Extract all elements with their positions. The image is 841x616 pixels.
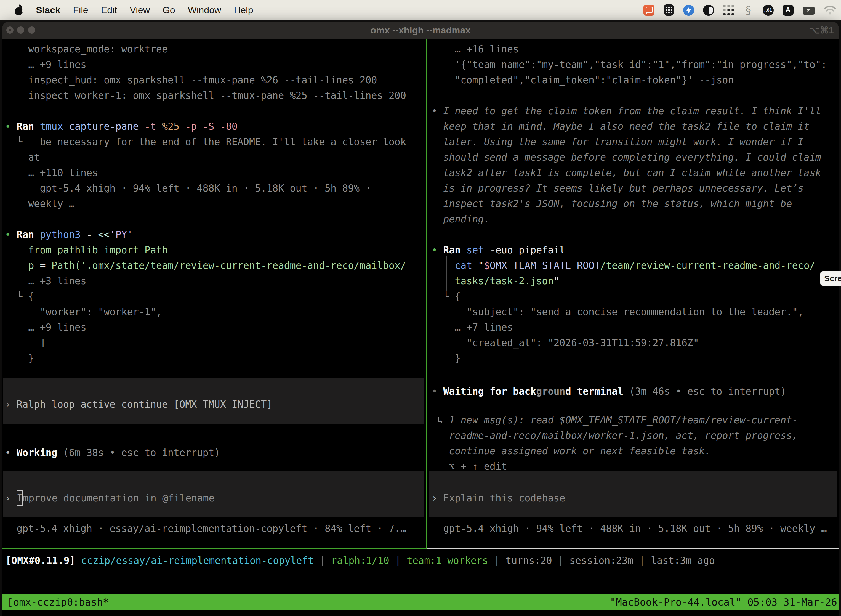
- text-segment: turns:20: [505, 555, 552, 566]
- text-segment: '{"team_name":"my-team","task_id":"1","f…: [432, 59, 827, 70]
- text-segment: [432, 260, 455, 271]
- terminal-line: • Working (6m 38s • esc to interrupt): [5, 445, 220, 461]
- count-badge-icon[interactable]: ..61: [762, 4, 774, 16]
- squiggle-icon[interactable]: §: [742, 4, 755, 16]
- text-segment: •: [432, 106, 443, 116]
- terminal-line: • I need to get the claim token from the…: [432, 103, 821, 119]
- terminal-line: task2 after task1 is complete, but can I…: [432, 165, 821, 180]
- pane-right[interactable]: … +16 lines '{"team_name":"my-team","tas…: [428, 39, 839, 549]
- text-segment: ]: [5, 337, 46, 348]
- apple-body: [15, 7, 23, 15]
- text-segment: =: [40, 260, 51, 271]
- wifi-icon[interactable]: [824, 4, 836, 16]
- text-segment: inspect task2's JSON, focusing on the st…: [432, 198, 792, 209]
- terminal-line: • Ran set -euo pipefail: [432, 242, 566, 258]
- terminal-line: tasks/task-2.json": [432, 273, 560, 289]
- text-segment: ⌥ + ↑ edit: [432, 461, 507, 472]
- text-segment: (3m 46s • esc to interrupt): [629, 386, 786, 397]
- text-segment: … +110 lines: [5, 167, 98, 178]
- text-segment: … +3 lines: [5, 276, 86, 286]
- text-segment: … +9 lines: [5, 322, 86, 333]
- menu-item-view[interactable]: View: [130, 5, 150, 15]
- text-segment: gpt-5.4 xhigh · 94% left · 488K in · 5.1…: [5, 183, 371, 194]
- menu-item-window[interactable]: Window: [188, 5, 221, 15]
- text-segment: ›: [5, 399, 16, 410]
- terminal-line: inspect_hud: omx sparkshell --tmux-pane …: [5, 72, 377, 88]
- text-segment: }: [432, 353, 460, 364]
- text-segment: inspect_hud: omx sparkshell --tmux-pane …: [5, 75, 377, 85]
- menu-item-help[interactable]: Help: [234, 5, 253, 15]
- text-segment: |: [389, 555, 407, 566]
- text-segment: Waiting for back: [443, 386, 536, 397]
- menu-item-edit[interactable]: Edit: [101, 5, 117, 15]
- apple-menu-icon[interactable]: [14, 5, 24, 16]
- text-segment: •: [5, 447, 16, 458]
- text-segment: … +9 lines: [5, 59, 86, 70]
- terminal-line: ↳ 1 new msg(s): read $OMX_TEAM_STATE_ROO…: [432, 412, 798, 428]
- terminal-line: '{"team_name":"my-team","task_id":"1","f…: [432, 57, 827, 72]
- text-segment: gpt-5.4 xhigh · essay/ai-reimplementatio…: [5, 523, 406, 534]
- terminal-line: gpt-5.4 xhigh · 94% left · 488K in · 5.1…: [432, 521, 827, 536]
- window-titlebar[interactable]: omx --xhigh --madmax ⌥⌘1: [2, 22, 839, 39]
- text-segment: %25: [162, 121, 185, 132]
- terminal-line: inspect task2's JSON, focusing on the st…: [432, 196, 792, 211]
- screenshot-notification[interactable]: Scre: [820, 271, 841, 286]
- terminal-line: gpt-5.4 xhigh · essay/ai-reimplementatio…: [5, 521, 406, 536]
- text-segment: Ran: [16, 121, 40, 132]
- text-segment: cczip/essay/ai-reimplementation-copyleft: [81, 555, 314, 566]
- terminal-line: workspace_mode: worktree: [5, 41, 168, 57]
- omx-hud-pane: [OMX#0.11.9] cczip/essay/ai-reimplementa…: [2, 549, 839, 594]
- text-segment: continue assigned work or next feasible …: [432, 446, 711, 456]
- terminal-line: ]: [5, 335, 46, 351]
- tmux-terminal: workspace_mode: worktree … +9 lines insp…: [2, 39, 839, 549]
- text-segment: d terminal: [566, 386, 629, 397]
- battery-icon[interactable]: [802, 4, 816, 16]
- text-segment: |: [552, 555, 570, 566]
- terminal-line: └ {: [5, 289, 34, 304]
- text-segment: groun: [536, 386, 565, 397]
- terminal-line: • Ran tmux capture-pane -t %25 -p -S -80: [5, 119, 237, 134]
- text-segment: ralph:1/10: [331, 555, 389, 566]
- text-segment: (6m 38s • esc to interrupt): [63, 447, 220, 458]
- input-source-icon[interactable]: A: [782, 4, 794, 16]
- text-segment: should send a message before completing …: [432, 152, 821, 163]
- text-segment: └ {: [432, 291, 460, 302]
- text-segment: is in progress? It seems likely but perh…: [432, 183, 804, 194]
- window-title: omx --xhigh --madmax: [2, 22, 839, 39]
- text-segment: ": [554, 276, 560, 286]
- text-segment: Ran: [16, 229, 40, 240]
- text-segment: Ralph loop active continue [OMX_TMUX_INJ…: [16, 399, 273, 410]
- menu-item-file[interactable]: File: [73, 5, 88, 15]
- pane-left[interactable]: workspace_mode: worktree … +9 lines insp…: [2, 39, 426, 549]
- pane-divider[interactable]: [426, 39, 427, 549]
- text-segment: OMX_TEAM_STATE_ROOT: [490, 260, 600, 271]
- tmux-host-clock: "MacBook-Pro-44.local" 05:03 31-Mar-26: [610, 596, 837, 608]
- chat-icon[interactable]: [643, 4, 655, 16]
- text-segment: last:3m ago: [651, 555, 715, 566]
- terminal-line: from pathlib import Path: [5, 242, 168, 258]
- terminal-line: at: [5, 150, 40, 165]
- menu-app-name[interactable]: Slack: [36, 5, 60, 15]
- crescent-icon[interactable]: [702, 4, 715, 16]
- text-segment: •: [432, 386, 443, 397]
- screenshot-notification-label: Scre: [824, 274, 841, 283]
- text-segment: ›: [432, 493, 443, 504]
- text-segment: pending.: [432, 214, 490, 224]
- text-segment: … +7 lines: [432, 322, 513, 333]
- dots-grid-icon[interactable]: [722, 4, 734, 16]
- grid-shield-icon[interactable]: [663, 4, 675, 16]
- terminal-line: cat "$OMX_TEAM_STATE_ROOT/team/review-cu…: [432, 258, 815, 273]
- text-segment: Explain this codebase: [443, 493, 566, 504]
- menu-item-go[interactable]: Go: [163, 5, 175, 15]
- terminal-line: └ be necessary for the end of the README…: [5, 134, 406, 150]
- tmux-session-label: [omx-cczip0:bash*: [7, 596, 109, 608]
- apple-bite: [22, 9, 26, 13]
- text-segment: tasks/task-2.json: [455, 276, 554, 286]
- menu-bar: Slack File Edit View Go Window Help § ..…: [0, 0, 841, 20]
- terminal-line: [OMX#0.11.9] cczip/essay/ai-reimplementa…: [6, 553, 715, 568]
- text-segment: from pathlib import Path: [5, 245, 168, 255]
- bolt-circle-icon[interactable]: [683, 4, 695, 16]
- text-segment: "completed","claim_token":"claim-token"}…: [432, 75, 734, 85]
- text-segment: task2 after task1 is complete, but can I…: [432, 167, 821, 178]
- terminal-line: is in progress? It seems likely but perh…: [432, 180, 804, 196]
